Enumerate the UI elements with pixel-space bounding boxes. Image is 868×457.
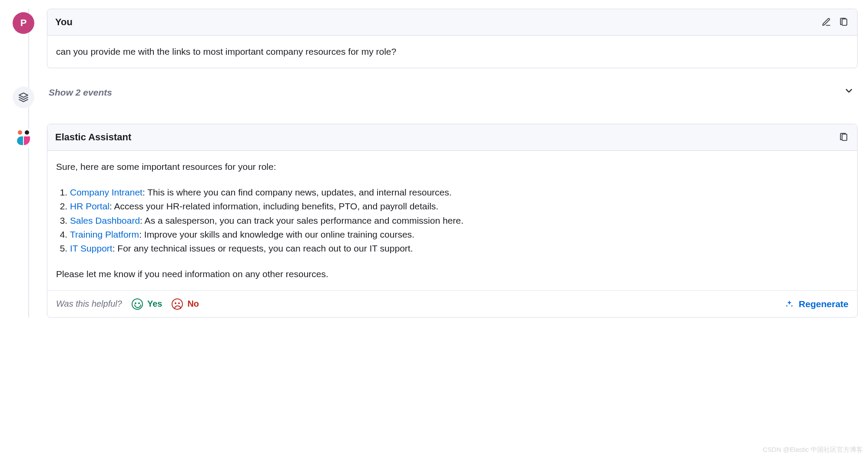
feedback-prompt: Was this helpful?	[56, 298, 122, 310]
user-message-card: You can you provide me with the links to…	[47, 9, 858, 68]
clipboard-icon	[839, 17, 848, 27]
chat-thread: P You can you provide me with the li	[10, 9, 858, 318]
resource-desc: : For any technical issues or requests, …	[113, 243, 413, 253]
feedback-yes-button[interactable]: Yes	[132, 298, 162, 310]
assistant-card-footer: Was this helpful? Yes No Regenerate	[47, 290, 857, 317]
frown-icon	[172, 298, 183, 310]
edit-icon	[822, 17, 831, 27]
resource-list: Company Intranet: This is where you can …	[56, 186, 848, 255]
smile-icon	[132, 298, 143, 310]
copy-message-button[interactable]	[838, 17, 849, 28]
clipboard-icon	[839, 132, 848, 142]
assistant-card-header: Elastic Assistant	[47, 124, 857, 151]
user-card-header: You	[47, 9, 857, 36]
feedback-no-label: No	[187, 299, 199, 309]
resource-link[interactable]: HR Portal	[70, 201, 109, 211]
resource-link[interactable]: IT Support	[70, 243, 113, 253]
sparkle-icon	[785, 300, 794, 308]
chevron-down-icon	[844, 86, 854, 99]
assistant-message-card: Elastic Assistant Sure, here are some im…	[47, 124, 858, 318]
resource-item: Company Intranet: This is where you can …	[70, 186, 848, 199]
resource-desc: : As a salesperson, you can track your s…	[140, 215, 464, 225]
feedback-no-button[interactable]: No	[172, 298, 199, 310]
resource-link[interactable]: Company Intranet	[70, 187, 142, 197]
assistant-intro: Sure, here are some important resources …	[56, 160, 848, 173]
feedback-yes-label: Yes	[147, 299, 162, 309]
events-row: Show 2 events	[10, 83, 858, 108]
assistant-header-label: Elastic Assistant	[55, 130, 131, 144]
copy-response-button[interactable]	[838, 132, 849, 143]
assistant-outro: Please let me know if you need informati…	[56, 268, 848, 281]
assistant-message-row: Elastic Assistant Sure, here are some im…	[10, 124, 858, 318]
resource-link[interactable]: Training Platform	[70, 229, 139, 239]
svg-rect-2	[842, 134, 847, 141]
user-avatar-letter: P	[20, 16, 27, 30]
resource-desc: : Access your HR-related information, in…	[109, 201, 438, 211]
events-label: Show 2 events	[49, 86, 112, 99]
layers-icon	[18, 92, 29, 103]
regenerate-label: Regenerate	[799, 299, 848, 309]
edit-message-button[interactable]	[821, 17, 832, 28]
resource-item: Training Platform: Improve your skills a…	[70, 228, 848, 241]
user-avatar: P	[13, 12, 34, 34]
user-message-text: can you provide me with the links to mos…	[47, 36, 857, 68]
resource-item: HR Portal: Access your HR-related inform…	[70, 200, 848, 213]
assistant-avatar	[13, 127, 34, 149]
resource-desc: : Improve your skills and knowledge with…	[139, 229, 414, 239]
assistant-message-body: Sure, here are some important resources …	[47, 151, 857, 290]
user-header-label: You	[55, 15, 73, 29]
show-events-toggle[interactable]: Show 2 events	[47, 83, 858, 102]
svg-rect-0	[842, 19, 847, 26]
events-avatar	[13, 86, 34, 108]
resource-item: Sales Dashboard: As a salesperson, you c…	[70, 214, 848, 227]
user-message-row: P You can you provide me with the li	[10, 9, 858, 68]
elastic-logo-icon	[15, 129, 32, 147]
regenerate-button[interactable]: Regenerate	[785, 299, 848, 309]
svg-marker-1	[19, 93, 28, 97]
resource-desc: : This is where you can find company new…	[142, 187, 452, 197]
gutter: P	[10, 9, 36, 34]
resource-link[interactable]: Sales Dashboard	[70, 215, 140, 225]
resource-item: IT Support: For any technical issues or …	[70, 242, 848, 255]
